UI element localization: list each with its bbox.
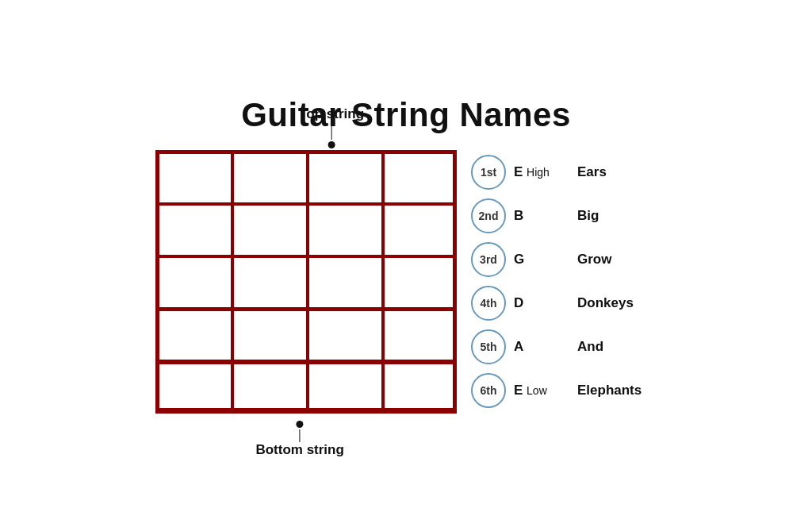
string-note-6: E Low — [514, 383, 569, 398]
string-badge-5: 5th — [471, 329, 506, 364]
string-mnemonic-5: And — [577, 339, 657, 355]
string-badge-2: 2nd — [471, 198, 506, 233]
fret-2-line — [306, 150, 309, 412]
top-label-text: Top string — [299, 106, 364, 122]
page-container: Guitar String Names Top string — [0, 0, 812, 508]
top-dot — [328, 141, 335, 148]
fret-1-line — [231, 150, 234, 412]
string-row-1: 1stE HighEars — [471, 150, 657, 194]
bottom-label-text: Bottom string — [255, 442, 343, 458]
string-mnemonic-1: Ears — [577, 164, 657, 180]
string-note-1: E High — [514, 164, 569, 180]
top-label: Top string — [299, 106, 364, 148]
string-note-4: D — [514, 295, 569, 311]
string-row-2: 2ndBBig — [471, 194, 657, 237]
string-table: 1stE HighEars2ndBBig3rdGGrow4thDDonkeys5… — [471, 150, 657, 412]
top-label-line — [331, 124, 332, 140]
string-badge-1: 1st — [471, 155, 506, 190]
bottom-label: Bottom string — [255, 421, 343, 458]
string-row-4: 4thDDonkeys — [471, 281, 657, 325]
string-note-5: A — [514, 339, 569, 355]
page-title: Guitar String Names — [241, 96, 571, 134]
string-note-3: G — [514, 252, 569, 267]
string-badge-3: 3rd — [471, 242, 506, 277]
string-badge-6: 6th — [471, 373, 506, 408]
bottom-dot — [297, 421, 304, 428]
fretboard-wrapper: Top string — [155, 150, 457, 412]
string-note-2: B — [514, 208, 569, 224]
fretboard — [155, 150, 457, 412]
string-row-3: 3rdGGrow — [471, 237, 657, 281]
diagram-area: Top string — [155, 150, 657, 412]
string-mnemonic-2: Big — [577, 208, 657, 224]
string-mnemonic-6: Elephants — [577, 383, 657, 398]
string-mnemonic-3: Grow — [577, 252, 657, 267]
bottom-label-line — [300, 429, 301, 442]
string-mnemonic-4: Donkeys — [577, 295, 657, 311]
string-row-5: 5thAAnd — [471, 325, 657, 368]
string-row-6: 6thE LowElephants — [471, 368, 657, 412]
string-badge-4: 4th — [471, 286, 506, 321]
fret-3-line — [381, 150, 385, 412]
